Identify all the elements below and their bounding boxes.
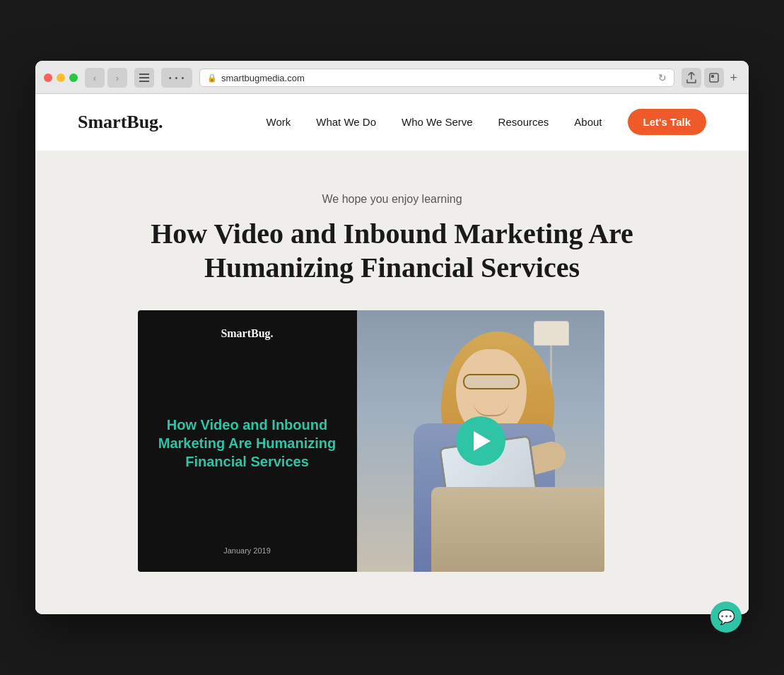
browser-tabs-button[interactable]: • • • [161,68,192,88]
nav-item-who-we-serve[interactable]: Who We Serve [402,116,473,129]
chat-icon: 💬 [718,609,735,626]
close-button[interactable] [44,74,52,82]
minimize-button[interactable] [57,74,65,82]
new-tab-button[interactable]: + [727,68,740,88]
sidebar-button[interactable] [134,68,154,88]
video-left-panel: SmartBug. How Video and Inbound Marketin… [138,310,357,572]
chat-bubble[interactable]: 💬 [710,601,742,633]
nav-link-who-we-serve[interactable]: Who We Serve [402,116,473,128]
tab-overview-button[interactable] [704,68,724,88]
site-main: We hope you enjoy learning How Video and… [35,151,749,614]
nav-cta-button[interactable]: Let's Talk [628,109,706,135]
back-button[interactable]: ‹ [85,68,105,88]
website-content: SmartBug. Work What We Do Who We Serve R… [35,94,749,614]
video-right-panel [357,310,604,572]
maximize-button[interactable] [69,74,78,82]
video-title: How Video and Inbound Marketing Are Huma… [155,351,340,535]
nav-link-about[interactable]: About [574,116,602,128]
svg-rect-0 [139,74,149,75]
nav-item-resources[interactable]: Resources [498,116,549,129]
hero-title: How Video and Inbound Marketing Are Huma… [138,217,647,285]
hero-subtitle: We hope you enjoy learning [138,193,647,206]
site-navigation: SmartBug. Work What We Do Who We Serve R… [35,94,749,151]
content-area: We hope you enjoy learning How Video and… [138,193,647,572]
address-text: smartbugmedia.com [221,73,654,83]
svg-rect-2 [139,81,149,82]
browser-titlebar: ‹ › • • • 🔒 smartbugmedia.com ↻ [44,68,740,88]
video-container[interactable]: SmartBug. How Video and Inbound Marketin… [138,310,604,572]
browser-chrome: ‹ › • • • 🔒 smartbugmedia.com ↻ [35,61,749,94]
person-legs [431,487,604,572]
nav-item-what-we-do[interactable]: What We Do [316,116,376,129]
lock-icon: 🔒 [207,74,217,83]
browser-actions: + [681,68,740,88]
reload-button[interactable]: ↻ [658,72,667,83]
video-logo: SmartBug. [155,327,340,340]
nav-item-work[interactable]: Work [267,116,291,129]
browser-window: ‹ › • • • 🔒 smartbugmedia.com ↻ [35,61,749,614]
nav-links: Work What We Do Who We Serve Resources A… [267,116,706,129]
forward-button[interactable]: › [107,68,127,88]
svg-rect-1 [139,77,149,78]
person-smile [474,402,509,416]
svg-rect-3 [710,74,718,82]
person-glasses [463,374,520,389]
traffic-lights [44,74,78,82]
nav-link-resources[interactable]: Resources [498,116,549,128]
site-logo[interactable]: SmartBug. [78,112,163,133]
share-button[interactable] [681,68,701,88]
browser-nav-buttons: ‹ › [85,68,127,88]
nav-link-what-we-do[interactable]: What We Do [316,116,376,128]
nav-item-about[interactable]: About [574,116,602,129]
svg-rect-4 [711,75,714,78]
video-date: January 2019 [155,546,340,555]
address-bar[interactable]: 🔒 smartbugmedia.com ↻ [199,69,674,87]
nav-link-work[interactable]: Work [267,116,291,128]
play-button[interactable] [456,416,505,466]
nav-item-cta[interactable]: Let's Talk [628,116,706,129]
play-icon [474,431,491,451]
